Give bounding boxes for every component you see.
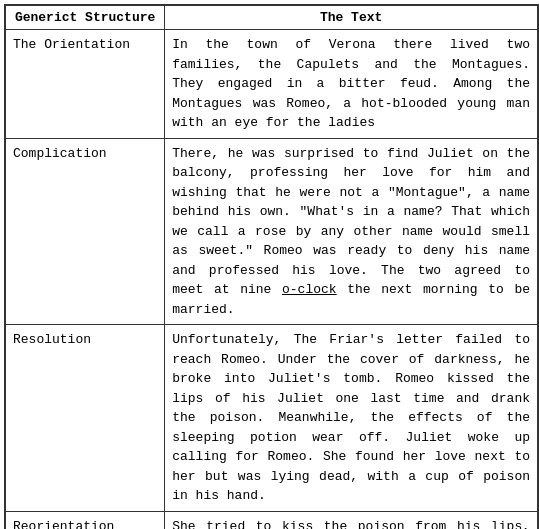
underlined-text: o-clock <box>282 282 337 297</box>
text-cell: In the town of Verona there lived two fa… <box>165 30 538 139</box>
structure-cell: The Orientation <box>5 30 165 139</box>
main-table: Generict Structure The Text The Orientat… <box>4 4 539 529</box>
table-row: Resolution Unfortunately, The Friar's le… <box>5 325 538 512</box>
col1-header: Generict Structure <box>5 5 165 30</box>
table-row: The Orientation In the town of Verona th… <box>5 30 538 139</box>
structure-cell: Complication <box>5 138 165 325</box>
text-cell: Unfortunately, The Friar's letter failed… <box>165 325 538 512</box>
col2-header: The Text <box>165 5 538 30</box>
text-part: There, he was surprised to find Juliet o… <box>172 146 530 298</box>
structure-cell: Reorientation <box>5 511 165 529</box>
text-cell: She tried to kiss the poison from his li… <box>165 511 538 529</box>
structure-cell: Resolution <box>5 325 165 512</box>
text-cell: There, he was surprised to find Juliet o… <box>165 138 538 325</box>
table-row: Reorientation She tried to kiss the pois… <box>5 511 538 529</box>
table-row: Complication There, he was surprised to … <box>5 138 538 325</box>
